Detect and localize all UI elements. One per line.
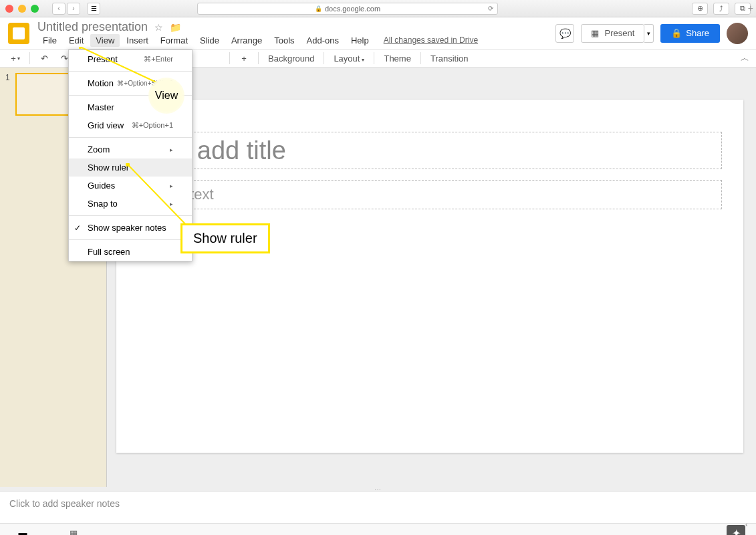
menu-tools[interactable]: Tools (269, 34, 299, 47)
menu-addons[interactable]: Add-ons (301, 34, 344, 47)
close-window-button[interactable] (5, 5, 13, 13)
menu-item-label: Show speaker notes (88, 223, 166, 233)
menu-item-label: Grid view (88, 120, 124, 130)
grid-view-button[interactable]: ▦ (61, 526, 86, 536)
menu-show-ruler[interactable]: Show ruler (69, 158, 192, 177)
menu-present[interactable]: Present ⌘+Enter (69, 50, 192, 68)
layout-button[interactable]: Layout (330, 54, 368, 64)
menubar: File Edit View Insert Format Slide Arran… (37, 34, 478, 46)
menu-fullscreen[interactable]: Full screen (69, 243, 192, 261)
present-button[interactable]: ▦ Present (581, 24, 644, 43)
subtitle-placeholder[interactable]: o add text (140, 180, 722, 209)
lock-icon: 🔒 (671, 28, 682, 38)
collapse-toolbar-button[interactable]: ︿ (741, 52, 749, 64)
transition-button[interactable]: Transition (426, 54, 473, 64)
shield-icon[interactable]: ⊕ (692, 3, 708, 15)
slides-logo[interactable] (8, 23, 29, 44)
present-icon: ▦ (591, 28, 599, 38)
callout-label: Show ruler (193, 231, 257, 245)
header-right: 💬 ▦ Present ▾ 🔒 Share (555, 23, 748, 44)
menu-speaker-notes[interactable]: ✓ Show speaker notes (69, 219, 192, 237)
callout-show-ruler: Show ruler (180, 223, 270, 253)
footer: ▬ ▦ ✦ (0, 523, 756, 535)
refresh-icon[interactable]: ⟳ (488, 5, 493, 12)
menu-guides[interactable]: Guides ▸ (69, 177, 192, 195)
filmstrip-view-button[interactable]: ▬ (11, 526, 35, 536)
menu-item-label: Snap to (88, 199, 118, 209)
add-button[interactable]: + (235, 51, 253, 66)
sidebar-collapse-button[interactable]: ‹ (745, 520, 755, 530)
menu-view[interactable]: View (90, 34, 120, 47)
nav-arrows: ‹ › (52, 3, 80, 15)
browser-titlebar: ‹ › ☰ 🔒 docs.google.com ⟳ ⊕ ⤴ ⧉ + (0, 0, 756, 17)
save-status[interactable]: All changes saved in Drive (384, 35, 478, 45)
menu-item-label: Full screen (88, 247, 130, 257)
menu-zoom[interactable]: Zoom ▸ (69, 140, 192, 158)
move-icon[interactable]: 📁 (170, 22, 181, 33)
present-label: Present (604, 28, 634, 38)
menu-format[interactable]: Format (155, 34, 193, 47)
theme-button[interactable]: Theme (380, 54, 414, 64)
menu-item-label: Master (88, 102, 114, 112)
slide-number: 1 (5, 73, 10, 82)
app-header: Untitled presentation ☆ 📁 File Edit View… (0, 17, 756, 49)
menu-shortcut: ⌘+Enter (144, 55, 173, 64)
forward-button[interactable]: › (67, 3, 80, 15)
menu-snapto[interactable]: Snap to ▸ (69, 195, 192, 213)
back-button[interactable]: ‹ (52, 3, 66, 15)
avatar[interactable] (727, 23, 748, 44)
titlebar-right-icons: ⊕ ⤴ ⧉ (692, 3, 751, 15)
sidebar-toggle-button[interactable]: ☰ (87, 3, 100, 15)
menu-insert[interactable]: Insert (121, 34, 154, 47)
menu-item-label: Guides (88, 181, 115, 191)
slide-canvas[interactable]: k to add title o add text (116, 100, 743, 453)
undo-button[interactable]: ↶ (35, 51, 53, 66)
lock-icon: 🔒 (315, 5, 322, 12)
star-icon[interactable]: ☆ (154, 22, 163, 33)
chevron-right-icon: ▸ (170, 183, 173, 189)
menu-item-label: Motion (88, 78, 114, 88)
menu-help[interactable]: Help (346, 34, 374, 47)
new-tab-button[interactable]: + (748, 3, 753, 13)
menu-slide[interactable]: Slide (195, 34, 225, 47)
present-dropdown-button[interactable]: ▾ (644, 24, 654, 43)
callout-label: View (155, 90, 178, 102)
menu-item-label: Zoom (88, 144, 110, 154)
checkmark-icon: ✓ (74, 223, 81, 233)
chevron-right-icon: ▸ (170, 201, 173, 207)
notes-placeholder: Click to add speaker notes (9, 498, 120, 509)
background-button[interactable]: Background (264, 54, 318, 64)
window-controls (5, 5, 39, 13)
menu-gridview[interactable]: Grid view ⌘+Option+1 (69, 116, 192, 134)
menu-edit[interactable]: Edit (64, 34, 89, 47)
callout-view: View (148, 78, 184, 114)
speaker-notes-area[interactable]: Click to add speaker notes (0, 491, 756, 523)
menu-shortcut: ⌘+Option+1 (132, 121, 173, 130)
menu-file[interactable]: File (37, 34, 62, 47)
new-slide-button[interactable]: + (7, 51, 24, 66)
url-bar[interactable]: 🔒 docs.google.com ⟳ (197, 3, 498, 15)
share-button[interactable]: 🔒 Share (660, 24, 720, 43)
share-label: Share (686, 28, 709, 38)
title-placeholder[interactable]: k to add title (140, 132, 722, 169)
menu-item-label: Present (88, 54, 118, 64)
share-icon[interactable]: ⤴ (713, 3, 729, 15)
canvas-area[interactable]: k to add title o add text (107, 68, 756, 487)
menu-item-label: Show ruler (88, 163, 129, 173)
document-title[interactable]: Untitled presentation (37, 20, 148, 34)
minimize-window-button[interactable] (18, 5, 26, 13)
url-text: docs.google.com (325, 5, 380, 13)
title-area: Untitled presentation ☆ 📁 File Edit View… (37, 20, 478, 46)
chevron-right-icon: ▸ (170, 146, 173, 153)
comments-button[interactable]: 💬 (555, 24, 574, 43)
maximize-window-button[interactable] (31, 5, 39, 13)
explore-button[interactable]: ✦ (727, 525, 745, 536)
menu-arrange[interactable]: Arrange (226, 34, 267, 47)
